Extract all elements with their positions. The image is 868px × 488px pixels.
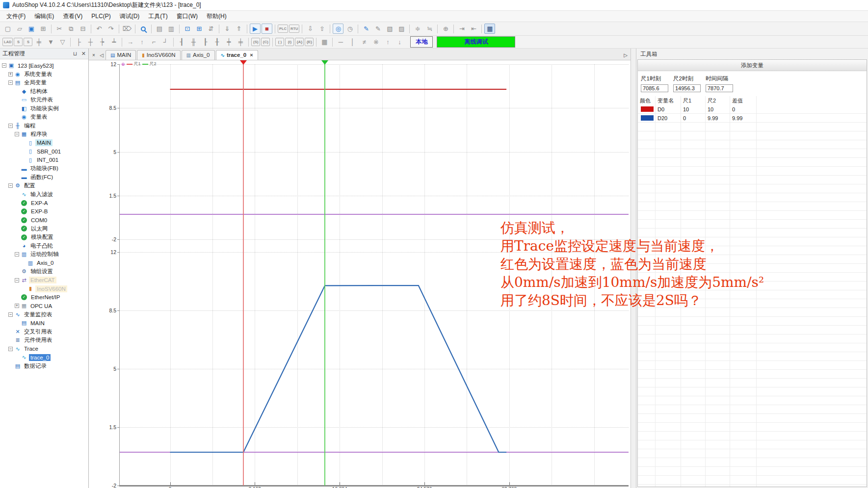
delete-button[interactable]: ⌦	[122, 24, 132, 34]
menu-edit[interactable]: 编辑(E)	[30, 11, 58, 22]
set-coil-button[interactable]: (S)	[251, 38, 260, 46]
align-bottom-button[interactable]: ≒	[424, 24, 435, 34]
tree-expander-icon[interactable]: −	[15, 132, 19, 136]
monitor-button[interactable]: ◎	[333, 24, 343, 34]
station-config-button[interactable]: ⊕	[440, 24, 451, 34]
star-mark-button[interactable]: ※	[370, 37, 381, 47]
cursor2-line[interactable]	[324, 64, 325, 486]
branch-up-button[interactable]: ┾	[97, 37, 107, 47]
tree-item[interactable]: +◉系统变量表	[0, 70, 88, 79]
print-button[interactable]: ▥	[166, 24, 177, 34]
tree-item[interactable]: ✓EtherNet/IP	[0, 293, 88, 302]
tree-expander-icon[interactable]: −	[15, 278, 19, 283]
tree-expander-icon[interactable]: +	[8, 72, 13, 77]
local-mode-button[interactable]: 本地	[410, 36, 433, 48]
tab-close-icon[interactable]: ×	[250, 52, 253, 58]
tab-axis-0[interactable]: ▥Axis_0	[182, 50, 215, 60]
tree-item[interactable]: ▥Axis_0	[0, 259, 88, 268]
rail-button[interactable]: ┷	[108, 37, 119, 47]
menu-tools[interactable]: 工具(T)	[144, 11, 172, 22]
tree-item[interactable]: ◉变量表	[0, 113, 88, 122]
close-icon[interactable]: ✕	[81, 51, 86, 57]
tree-item[interactable]: −∿Trace	[0, 345, 88, 354]
tree-item[interactable]: ▬函数(FC)	[0, 173, 88, 182]
copy-window-button[interactable]: ⊡	[182, 24, 193, 34]
tree-item[interactable]: +▦OPC UA	[0, 302, 88, 310]
coil-solid-button[interactable]: ▼	[45, 37, 56, 47]
instruction-block-button[interactable]: ▦	[319, 37, 330, 47]
shortcut-keys-button[interactable]: ⇵	[206, 24, 216, 34]
tree-expander-icon[interactable]: −	[8, 312, 13, 317]
new-file-button[interactable]: ▢	[2, 24, 13, 34]
time-interval-field[interactable]: 7870.7	[706, 84, 733, 92]
tree-item[interactable]: ▬功能块(FB)	[0, 164, 88, 173]
align-top-button[interactable]: ≑	[412, 24, 423, 34]
tab-scroll-left-button[interactable]: ◁	[98, 50, 105, 60]
wire-corner-bottom-button[interactable]: ┘	[160, 37, 171, 47]
run-button[interactable]: ▶	[250, 24, 261, 34]
tree-item[interactable]: ▤数据记录	[0, 362, 88, 371]
tree-item[interactable]: ✓EXP-A	[0, 199, 88, 207]
not-equal-button[interactable]: ≠	[359, 37, 369, 47]
tree-item[interactable]: ∿输入滤波	[0, 190, 88, 199]
tree-item[interactable]: ✕交叉引用表	[0, 328, 88, 336]
contact-positive-button[interactable]: ┠	[200, 37, 210, 47]
add-variable-button[interactable]: 添加变量	[638, 60, 867, 71]
tree-item[interactable]: ◆结构体	[0, 87, 88, 96]
sfc-init-step-button[interactable]: S	[14, 38, 23, 46]
cursor1-line[interactable]	[243, 64, 244, 486]
plc-rtu-button[interactable]: RTU	[289, 25, 299, 33]
tree-item[interactable]: ▮InoSV660N	[0, 284, 88, 293]
h-line-button[interactable]: ─	[335, 37, 346, 47]
contact-falling-button[interactable]: ╪	[235, 37, 246, 47]
tree-item[interactable]: ▯MAIN	[0, 139, 88, 148]
undo-button[interactable]: ↶	[94, 24, 105, 34]
stop-button[interactable]: ■	[262, 24, 272, 34]
reset-coil-button[interactable]: (C)	[261, 38, 270, 46]
branch-down-button[interactable]: ├	[73, 37, 84, 47]
arrow-up-button[interactable]: ↑	[382, 37, 393, 47]
tree-item[interactable]: −▥运动控制轴	[0, 250, 88, 259]
save-button[interactable]: ▣	[26, 24, 37, 34]
tree-item[interactable]: −∿变量监控表	[0, 310, 88, 319]
plc-lad-button[interactable]: PLC	[278, 25, 288, 33]
menu-view[interactable]: 查看(V)	[58, 11, 87, 22]
tree-expander-icon[interactable]: −	[8, 347, 13, 351]
contact-negative-button[interactable]: ╂	[211, 37, 222, 47]
search-button[interactable]	[138, 24, 149, 34]
tree-item[interactable]: −⚙配置	[0, 181, 88, 190]
tree-expander-icon[interactable]: −	[2, 63, 6, 68]
tree-item[interactable]: ✓COM0	[0, 216, 88, 225]
bus-bar-button[interactable]: ╪	[33, 37, 44, 47]
cut-button[interactable]: ✂	[54, 24, 65, 34]
branch-cross-button[interactable]: ┼	[85, 37, 96, 47]
edit-variable-button[interactable]: ✎	[372, 24, 383, 34]
tree-expander-icon[interactable]: −	[15, 252, 19, 257]
contact-closed-button[interactable]: ╫	[188, 37, 199, 47]
menu-plc[interactable]: PLC(P)	[87, 11, 115, 21]
compile-button[interactable]: ▧	[384, 24, 395, 34]
download-project-button[interactable]: ⇓	[222, 24, 233, 34]
tree-expander-icon[interactable]: +	[15, 304, 19, 308]
cursor2-marker-icon[interactable]	[321, 60, 328, 65]
sfc-step-button[interactable]: S	[24, 38, 32, 46]
tree-item[interactable]: −╫编程	[0, 122, 88, 130]
tree-item[interactable]: ✓EXP-B	[0, 207, 88, 216]
contact-rising-button[interactable]: ┿	[223, 37, 234, 47]
cursor2-time-field[interactable]: 14956.3	[673, 84, 701, 92]
write-variable-button[interactable]: ✎	[361, 24, 371, 34]
tab-scroll-right-button[interactable]: ▷	[622, 50, 630, 60]
step-out-button[interactable]: ⇤	[468, 24, 479, 34]
cursor1-marker-icon[interactable]	[240, 60, 247, 65]
tree-item[interactable]: ⚙轴组设置	[0, 267, 88, 276]
copy-button[interactable]: ⧉	[66, 24, 77, 34]
menu-help[interactable]: 帮助(H)	[202, 11, 231, 22]
upload-project-button[interactable]: ⇑	[234, 24, 244, 34]
clock-probe-button[interactable]: ◷	[344, 24, 355, 34]
inverse-coil-button[interactable]: (i)	[285, 38, 294, 46]
open-project-button[interactable]: ▱	[14, 24, 25, 34]
tree-expander-icon[interactable]: −	[8, 124, 13, 128]
tree-item[interactable]: ▤MAIN	[0, 319, 88, 328]
tree-item[interactable]: ✓以太网	[0, 225, 88, 233]
tab-main[interactable]: ▤MAIN	[105, 50, 136, 60]
